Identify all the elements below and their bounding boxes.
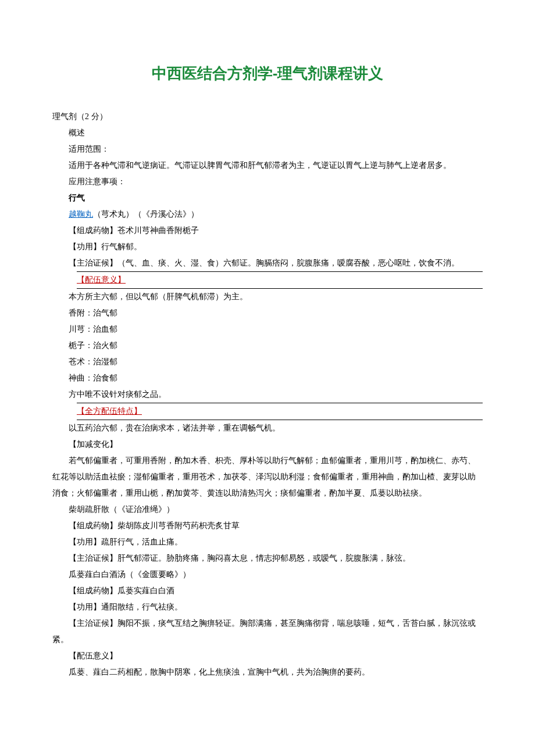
gualouxiebai-indication: 【主治证候】胸阳不振，痰气互结之胸痹轻证。胸部满痛，甚至胸痛彻背，喘息咳唾，短气…: [52, 615, 483, 648]
peiwu-item-0: 香附：治气郁: [52, 305, 483, 321]
function-label: 【功用】: [69, 538, 101, 546]
yuejuwan-indication: 【主治证候】（气、血、痰、火、湿、食）六郁证。胸膈痞闷，脘腹胀痛，嗳腐吞酸，恶心…: [52, 255, 483, 271]
peiwu-label: 【配伍意义】: [77, 272, 483, 288]
function-label: 【功用】: [69, 603, 101, 611]
composition-text: 苍术川芎神曲香附栀子: [117, 226, 199, 235]
chaihushugan-function: 【功用】疏肝行气，活血止痛。: [52, 534, 483, 550]
indication-text: （气、血、痰、火、湿、食）六郁证。胸膈痞闷，脘腹胀痛，嗳腐吞酸，恶心呕吐，饮食不…: [117, 259, 459, 267]
gualouxiebai-name: 瓜蒌薤白白酒汤（《金匮要略》）: [52, 567, 483, 583]
peiwu-note: 方中唯不设针对痰郁之品。: [52, 386, 483, 403]
feature-label: 【全方配伍特点】: [77, 403, 483, 420]
chaihushugan-name: 柴胡疏肝散（《证治准绳》）: [52, 501, 483, 518]
gualouxiebai-function: 【功用】通阳散结，行气祛痰。: [52, 599, 483, 615]
yuejuwan-composition: 【组成药物】苍术川芎神曲香附栀子: [52, 223, 483, 239]
composition-text: 瓜蒌实薤白白酒: [117, 586, 174, 595]
page-title: 中西医结合方剂学-理气剂课程讲义: [52, 58, 483, 88]
yuejuwan-alias: （芎术丸）（《丹溪心法》）: [93, 210, 199, 218]
yuejuwan-link[interactable]: 越鞠丸: [69, 210, 93, 218]
variation-text: 若气郁偏重者，可重用香附，酌加木香、枳壳、厚朴等以助行气解郁；血郁偏重者，重用川…: [52, 453, 483, 501]
composition-label: 【组成药物】: [69, 521, 117, 530]
overview-label: 概述: [52, 125, 483, 141]
peiwu-item-2: 栀子：治火郁: [52, 338, 483, 354]
yuejuwan-function: 【功用】行气解郁。: [52, 239, 483, 255]
peiwu-annotation-block: 【配伍意义】: [77, 271, 483, 289]
yuejuwan-name-line: 越鞠丸（芎术丸）（《丹溪心法》）: [52, 206, 483, 223]
note-label: 应用注意事项：: [52, 174, 483, 190]
indication-label: 【主治证候】: [69, 554, 117, 562]
chaihushugan-composition: 【组成药物】柴胡陈皮川芎香附芍药枳壳炙甘草: [52, 518, 483, 534]
gualouxiebai-composition: 【组成药物】瓜蒌实薤白白酒: [52, 583, 483, 599]
function-label: 【功用】: [69, 242, 101, 251]
function-text: 行气解郁。: [101, 242, 142, 251]
function-text: 疏肝行气，活血止痛。: [101, 538, 183, 546]
gualouxiebai-peiwu-label: 【配伍意义】: [52, 648, 483, 664]
composition-label: 【组成药物】: [69, 586, 117, 595]
variation-label: 【加减变化】: [52, 436, 483, 453]
indication-text: 肝气郁滞证。胁肋疼痛，胸闷喜太息，情志抑郁易怒，或嗳气，脘腹胀满，脉弦。: [117, 554, 411, 562]
scope-text: 适用于各种气滞和气逆病证。气滞证以脾胃气滞和肝气郁滞者为主，气逆证以胃气上逆与肺…: [52, 157, 483, 174]
scope-label: 适用范围：: [52, 141, 483, 157]
peiwu-item-1: 川芎：治血郁: [52, 321, 483, 338]
peiwu-item-4: 神曲：治食郁: [52, 370, 483, 386]
section-header: 理气剂（2 分）: [52, 109, 483, 125]
gualouxiebai-peiwu-text: 瓜蒌、薤白二药相配，散胸中阴寒，化上焦痰浊，宣胸中气机，共为治胸痹的要药。: [52, 664, 483, 680]
feature-annotation-block: 【全方配伍特点】: [77, 403, 483, 420]
function-text: 通阳散结，行气祛痰。: [101, 603, 183, 611]
peiwu-intro: 本方所主六郁，但以气郁（肝脾气机郁滞）为主。: [52, 289, 483, 305]
indication-label: 【主治证候】: [69, 259, 117, 267]
chaihushugan-indication: 【主治证候】肝气郁滞证。胁肋疼痛，胸闷喜太息，情志抑郁易怒，或嗳气，脘腹胀满，脉…: [52, 550, 483, 567]
composition-text: 柴胡陈皮川芎香附芍药枳壳炙甘草: [117, 521, 240, 530]
peiwu-item-3: 苍术：治湿郁: [52, 354, 483, 370]
indication-label: 【主治证候】: [69, 619, 117, 628]
xingqi-label: 行气: [52, 190, 483, 206]
feature-text: 以五药治六郁，贵在治病求本，诸法并举，重在调畅气机。: [52, 420, 483, 436]
composition-label: 【组成药物】: [69, 226, 117, 235]
